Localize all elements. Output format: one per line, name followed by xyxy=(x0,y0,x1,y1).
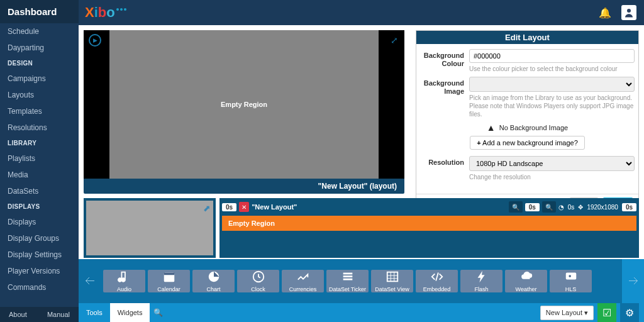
mid-row: ⬈ 0s ✕ "New Layout" 🔍 0s 🔍 ◔0s ✥1920x108… xyxy=(84,198,639,258)
sidebar-item-layouts[interactable]: Layouts xyxy=(0,87,79,103)
tl-end: 0s xyxy=(622,203,636,211)
res-hint: Change the resolution xyxy=(469,173,635,181)
bgi-label: Background Image xyxy=(420,77,469,118)
preview-canvas[interactable]: Empty Region xyxy=(109,30,379,179)
thumbnail[interactable]: ⬈ xyxy=(84,198,216,258)
widget-chart[interactable]: Chart xyxy=(192,270,235,292)
search-icon[interactable]: 🔍 xyxy=(153,308,163,317)
close-icon[interactable]: ✕ xyxy=(239,202,249,212)
topbar: Xibo 🔔 xyxy=(0,0,644,25)
bottom-bar: Tools Widgets 🔍 New Layout ▾ ☑ ⚙ xyxy=(79,303,644,322)
sidebar-item-displays[interactable]: Displays xyxy=(0,214,79,230)
svg-point-10 xyxy=(569,275,571,277)
sidebar: Dashboard Schedule Dayparting DESIGN Cam… xyxy=(0,0,79,322)
warning-icon: ▲ xyxy=(487,123,496,133)
edit-region-icon[interactable]: ⬈ xyxy=(203,203,211,213)
sidebar-item-resolutions[interactable]: Resolutions xyxy=(0,119,79,136)
widget-weather[interactable]: Weather xyxy=(505,270,547,292)
widget-calendar[interactable]: Calendar xyxy=(148,270,190,292)
widget-carousel: 🡠 AudioCalendarChartClockCurrenciesDataS… xyxy=(79,259,644,303)
play-icon[interactable]: ▶ xyxy=(89,34,101,47)
sidebar-item-schedule[interactable]: Schedule xyxy=(0,23,79,40)
sidebar-section-library: LIBRARY xyxy=(0,136,79,150)
edit-title: Edit Layout xyxy=(416,31,638,44)
svg-rect-7 xyxy=(343,279,352,280)
sidebar-item-media[interactable]: Media xyxy=(0,167,79,183)
move-icon: ✥ xyxy=(578,204,583,211)
tab-widgets[interactable]: Widgets xyxy=(110,303,150,322)
timeline-region[interactable]: Empty Region xyxy=(222,216,636,231)
sidebar-item-templates[interactable]: Templates xyxy=(0,103,79,119)
chevron-right-icon[interactable]: 🡢 xyxy=(622,259,644,303)
bell-icon[interactable]: 🔔 xyxy=(599,7,611,19)
sidebar-footer: About Manual xyxy=(0,307,79,322)
sidebar-item-datasets[interactable]: DataSets xyxy=(0,183,79,199)
chevron-left-icon[interactable]: 🡠 xyxy=(79,259,101,303)
layout-dropdown[interactable]: New Layout ▾ xyxy=(540,306,594,320)
preview-pane: ▶ ⤢ Empty Region "New Layout" (layout) xyxy=(84,30,404,194)
avatar[interactable] xyxy=(621,5,636,20)
check-button[interactable]: ☑ xyxy=(597,303,616,322)
edit-panel: Edit Layout Background Colour Use the co… xyxy=(416,30,639,216)
svg-rect-2 xyxy=(164,273,174,275)
widget-audio[interactable]: Audio xyxy=(103,270,145,292)
expand-icon[interactable]: ⤢ xyxy=(391,35,398,45)
bgc-hint: Use the colour picker to select the back… xyxy=(469,65,635,73)
tl-name: "New Layout" xyxy=(252,203,297,211)
svg-rect-8 xyxy=(387,272,397,282)
tl-start: 0s xyxy=(222,203,236,211)
sidebar-item-display-groups[interactable]: Display Groups xyxy=(0,230,79,247)
svg-point-0 xyxy=(627,9,631,13)
sidebar-item-campaigns[interactable]: Campaigns xyxy=(0,70,79,87)
widget-flash[interactable]: Flash xyxy=(460,270,502,292)
widget-embedded[interactable]: Embedded xyxy=(416,270,458,292)
sidebar-item-commands[interactable]: Commands xyxy=(0,279,79,296)
zoom-in-icon[interactable]: 🔍 xyxy=(542,201,556,213)
sidebar-item-player-versions[interactable]: Player Versions xyxy=(0,263,79,279)
timeline: 0s ✕ "New Layout" 🔍 0s 🔍 ◔0s ✥1920x1080 … xyxy=(219,198,639,258)
widget-hls[interactable]: HLS xyxy=(550,270,592,292)
preview-footer: "New Layout" (layout) xyxy=(84,179,404,194)
sidebar-item-playlists[interactable]: Playlists xyxy=(0,150,79,167)
bgi-hint: Pick an image from the Library to use as… xyxy=(469,94,635,118)
sidebar-manual[interactable]: Manual xyxy=(47,311,70,318)
clock-icon: ◔ xyxy=(558,204,564,211)
bgi-select[interactable] xyxy=(469,77,635,92)
sidebar-item-display-settings[interactable]: Display Settings xyxy=(0,247,79,263)
bgc-label: Background Colour xyxy=(420,49,469,73)
res-label: Resolution xyxy=(420,156,469,181)
widget-dataset-view[interactable]: DataSet View xyxy=(371,270,413,292)
gear-icon[interactable]: ⚙ xyxy=(620,303,639,322)
zoom-out-icon[interactable]: 🔍 xyxy=(509,201,523,213)
sidebar-item-dayparting[interactable]: Dayparting xyxy=(0,40,79,56)
res-select[interactable]: 1080p HD Landscape xyxy=(469,156,635,171)
bgc-input[interactable] xyxy=(469,49,635,63)
tab-tools[interactable]: Tools xyxy=(79,303,110,322)
widget-currencies[interactable]: Currencies xyxy=(282,270,324,292)
svg-rect-6 xyxy=(343,275,352,277)
preview-canvas-wrap: ▶ ⤢ Empty Region xyxy=(84,30,404,179)
tl-mid: 0s xyxy=(525,203,540,211)
widget-dataset-ticker[interactable]: DataSet Ticker xyxy=(326,270,369,292)
nobg-text: No Background Image xyxy=(499,124,568,131)
add-bg-button[interactable]: + Add a new background image? xyxy=(470,136,585,150)
sidebar-about[interactable]: About xyxy=(9,311,27,318)
svg-rect-5 xyxy=(343,273,352,275)
dashboard-title[interactable]: Dashboard xyxy=(0,0,79,23)
sidebar-section-displays: DISPLAYS xyxy=(0,199,79,214)
logo[interactable]: Xibo xyxy=(85,4,125,21)
widget-clock[interactable]: Clock xyxy=(237,270,279,292)
main: ▶ ⤢ Empty Region "New Layout" (layout) E… xyxy=(79,25,644,322)
sidebar-section-design: DESIGN xyxy=(0,56,79,70)
